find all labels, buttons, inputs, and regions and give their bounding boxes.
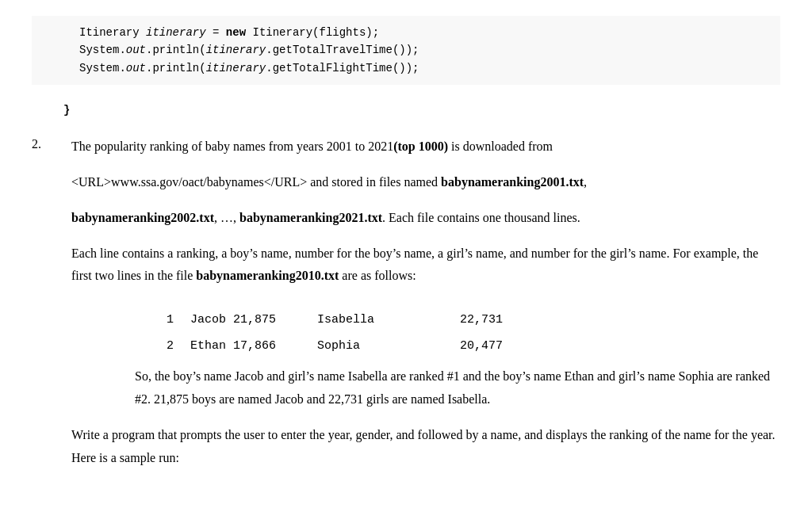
code-text: System.out.println(itinerary.getTotalFli…	[79, 62, 419, 74]
para4-text2: are as follows:	[339, 269, 416, 282]
indented-text-1: So, the boy’s name Jacob and girl’s name…	[135, 369, 770, 406]
code-var-itin: itinerary	[206, 44, 266, 56]
para5-text: Write a program that prompts the user to…	[71, 428, 776, 464]
paragraph-3: babynameranking2002.txt, …, babynamerank…	[71, 207, 780, 230]
para3-ellipsis: , …,	[214, 211, 239, 224]
paragraph-2: <URL>www.ssa.gov/oact/babynames</URL> an…	[71, 171, 780, 194]
para3-bold2: babynameranking2021.txt	[239, 211, 382, 224]
data-row-2: 2 Ethan 17,866 Sophia 20,477	[167, 333, 780, 359]
para2-comma: ,	[584, 175, 587, 189]
item-content-2: The popularity ranking of baby names fro…	[71, 136, 780, 482]
rank-2: 2	[167, 333, 190, 359]
rank-1: 1	[167, 307, 190, 333]
para3-text: . Each file contains one thousand lines.	[382, 211, 580, 224]
code-line-2: System.out.println(itinerary.getTotalTra…	[79, 41, 764, 59]
paragraph-1: The popularity ranking of baby names fro…	[71, 136, 780, 159]
indented-paragraph-1: So, the boy’s name Jacob and girl’s name…	[71, 365, 780, 411]
code-text: Itinerary itinerary = new Itinerary(flig…	[79, 26, 379, 39]
code-closing-brace: }	[32, 104, 780, 117]
code-block: Itinerary itinerary = new Itinerary(flig…	[32, 16, 780, 85]
para1-bold1: (top 1000)	[393, 139, 448, 153]
code-line-1: Itinerary itinerary = new Itinerary(flig…	[79, 24, 764, 41]
code-line-3: System.out.println(itinerary.getTotalFli…	[79, 59, 764, 77]
section-2: 2. The popularity ranking of baby names …	[32, 136, 780, 482]
data-example: 1 Jacob 21,875 Isabella 22,731 2 Ethan 1…	[71, 300, 780, 365]
code-var-out: out	[126, 44, 146, 56]
girl-name-2: Sophia	[317, 333, 460, 359]
para3-bold1: babynameranking2002.txt	[71, 211, 214, 224]
paragraph-5: Write a program that prompts the user to…	[71, 424, 780, 470]
boy-name-2: Ethan 17,866	[190, 333, 317, 359]
code-keyword-new: new	[226, 26, 246, 39]
para4-bold1: babynameranking2010.txt	[196, 269, 339, 282]
code-var-itin2: itinerary	[206, 62, 266, 74]
boy-name-1: Jacob 21,875	[190, 307, 317, 333]
code-var-out2: out	[126, 62, 146, 74]
girl-num-1: 22,731	[460, 307, 523, 333]
data-row-1: 1 Jacob 21,875 Isabella 22,731	[167, 307, 780, 333]
para2-bold1: babynameranking2001.txt	[441, 175, 584, 189]
para1-text1: The popularity ranking of baby names fro…	[71, 139, 393, 153]
paragraph-4: Each line contains a ranking, a boy’s na…	[71, 243, 780, 288]
para1-text2: is downloaded from	[448, 139, 553, 153]
code-var: itinerary	[146, 26, 206, 39]
code-text: System.out.println(itinerary.getTotalTra…	[79, 44, 419, 56]
girl-name-1: Isabella	[317, 307, 460, 333]
girl-num-2: 20,477	[460, 333, 523, 359]
item-number-2: 2.	[32, 136, 71, 151]
para2-text1: <URL>www.ssa.gov/oact/babynames</URL> an…	[71, 175, 441, 189]
